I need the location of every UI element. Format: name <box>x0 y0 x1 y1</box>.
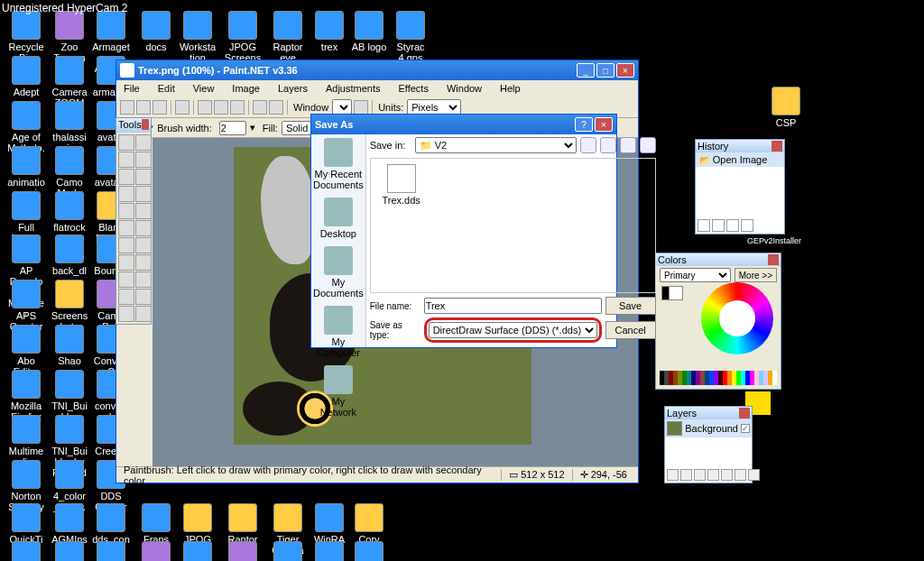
desktop-icon[interactable]: AB logo <box>310 541 348 561</box>
rectangle-tool[interactable] <box>118 289 134 305</box>
desktop-icon[interactable]: back_dl <box>51 235 88 276</box>
desktop-icon[interactable]: Adept <box>7 56 45 97</box>
paintbrush-tool[interactable] <box>118 220 134 236</box>
desktop-icon[interactable]: Cory <box>350 503 388 545</box>
line-tool[interactable] <box>135 271 152 288</box>
savetype-select[interactable]: DirectDraw Surface (DDS) (*.dds) <box>429 322 597 338</box>
history-rewind-button[interactable] <box>698 219 710 232</box>
zoom-button[interactable] <box>354 100 368 115</box>
desktop-icon[interactable]: Raptor eye.dds <box>224 541 262 561</box>
color-picker-tool[interactable] <box>135 237 152 253</box>
desktop-icon[interactable]: SPORE™ <box>7 541 45 561</box>
palette-swatch[interactable] <box>772 371 777 385</box>
cancel-button[interactable]: Cancel <box>605 321 656 339</box>
tools-close-icon[interactable] <box>142 119 149 130</box>
freeform-tool[interactable] <box>135 306 152 322</box>
new-button[interactable] <box>120 100 134 115</box>
color-mode-select[interactable]: Primary <box>660 268 731 282</box>
menu-file[interactable]: File <box>120 82 143 95</box>
layer-visible-checkbox[interactable]: ✓ <box>741 424 750 433</box>
tools-palette[interactable]: Tools <box>116 117 152 325</box>
place-desktop[interactable]: Desktop <box>313 198 364 239</box>
pan-tool[interactable] <box>135 186 152 202</box>
newfolder-button[interactable] <box>620 137 636 153</box>
brush-width-input[interactable] <box>219 121 246 135</box>
desktop-icon[interactable]: AB logo <box>350 11 388 52</box>
back-button[interactable] <box>580 137 596 153</box>
saveas-close-button[interactable]: × <box>595 117 613 132</box>
zoom-tool[interactable] <box>135 169 152 185</box>
saveas-help-button[interactable]: ? <box>575 117 593 132</box>
copy-button[interactable] <box>214 100 228 115</box>
text-tool[interactable] <box>118 271 134 288</box>
desktop-icon[interactable]: Shao <box>51 325 88 366</box>
print-button[interactable] <box>175 100 189 115</box>
place-my-documents[interactable]: My Documents <box>313 246 364 299</box>
menu-image[interactable]: Image <box>228 82 263 95</box>
clone-stamp-tool[interactable] <box>118 254 134 271</box>
colors-close-icon[interactable] <box>768 254 779 265</box>
history-redo-button[interactable] <box>726 219 739 232</box>
filename-input[interactable] <box>424 298 602 314</box>
desktop-icon[interactable]: armdump <box>51 541 88 561</box>
history-undo-button[interactable] <box>712 219 725 232</box>
cut-button[interactable] <box>198 100 212 115</box>
move-pixels-tool[interactable] <box>135 152 152 168</box>
colors-palette[interactable]: Colors Primary More >> <box>655 253 781 390</box>
menu-window[interactable]: Window <box>443 82 485 95</box>
place-my-network[interactable]: My Network <box>313 365 364 418</box>
menu-adjustments[interactable]: Adjustments <box>322 82 384 95</box>
place-my-recent-documents[interactable]: My Recent Documents <box>313 138 364 190</box>
layer-duplicate-button[interactable] <box>694 469 706 481</box>
undo-button[interactable] <box>253 100 267 115</box>
layer-props-button[interactable] <box>748 469 760 481</box>
desktop-icon[interactable]: free-time-cl... <box>137 541 175 561</box>
move-selection-tool[interactable] <box>135 134 152 151</box>
recolor-tool[interactable] <box>135 254 152 271</box>
window-select[interactable] <box>332 99 352 115</box>
desktop-icon[interactable]: Raptor eye <box>269 11 307 63</box>
color-palette-strip[interactable] <box>660 371 777 385</box>
layer-merge-button[interactable] <box>707 469 719 481</box>
file-item[interactable]: Trex.dds <box>376 164 427 206</box>
lasso-tool[interactable] <box>118 152 134 168</box>
color-wheel[interactable] <box>701 282 773 354</box>
desktop-icon[interactable]: trex <box>310 11 348 52</box>
layer-up-button[interactable] <box>721 469 733 481</box>
magic-wand-tool[interactable] <box>118 186 134 202</box>
place-my-computer[interactable]: My Computer <box>313 306 364 358</box>
desktop-icon[interactable]: Styrac 2 <box>350 541 388 561</box>
close-button[interactable]: × <box>616 63 634 78</box>
units-select[interactable]: Pixels <box>407 99 461 115</box>
history-palette[interactable]: History 📂 Open Image <box>695 139 785 235</box>
file-list[interactable]: Trex.dds <box>370 158 656 293</box>
open-button[interactable] <box>136 100 151 115</box>
paste-button[interactable] <box>230 100 245 115</box>
desktop-icon[interactable]: docs <box>137 11 175 52</box>
desktop-icon[interactable]: JPOG logo <box>179 541 217 561</box>
desktop-icon[interactable]: Workstation <box>179 11 217 63</box>
history-close-icon[interactable] <box>772 141 782 152</box>
layer-down-button[interactable] <box>735 469 746 481</box>
menu-layers[interactable]: Layers <box>274 82 311 95</box>
ellipse-select-tool[interactable] <box>118 169 134 185</box>
save-button[interactable]: Save <box>605 297 656 315</box>
rect-select-tool[interactable] <box>118 134 134 151</box>
desktop-icon[interactable]: dds_gamer... <box>92 541 130 561</box>
layer-row[interactable]: Background ✓ <box>665 419 752 437</box>
minimize-button[interactable]: _ <box>577 63 595 78</box>
rounded-rect-tool[interactable] <box>135 289 152 305</box>
history-item[interactable]: 📂 Open Image <box>696 152 784 167</box>
colors-more-button[interactable]: More >> <box>735 268 777 282</box>
menu-view[interactable]: View <box>189 82 218 95</box>
color-swatches[interactable] <box>661 286 683 308</box>
desktop-icon[interactable]: flatrock <box>51 191 88 233</box>
maximize-button[interactable]: □ <box>596 63 614 78</box>
menu-help[interactable]: Help <box>496 82 524 95</box>
layer-delete-button[interactable] <box>680 469 692 481</box>
desktop-icon[interactable]: Fraps <box>137 503 175 545</box>
desktop-icon[interactable]: TNI_Builder by Rex_dds_3... <box>269 541 307 561</box>
savein-select[interactable]: 📁 V2 <box>415 137 577 153</box>
menu-edit[interactable]: Edit <box>154 82 179 95</box>
save-button[interactable] <box>152 100 167 115</box>
